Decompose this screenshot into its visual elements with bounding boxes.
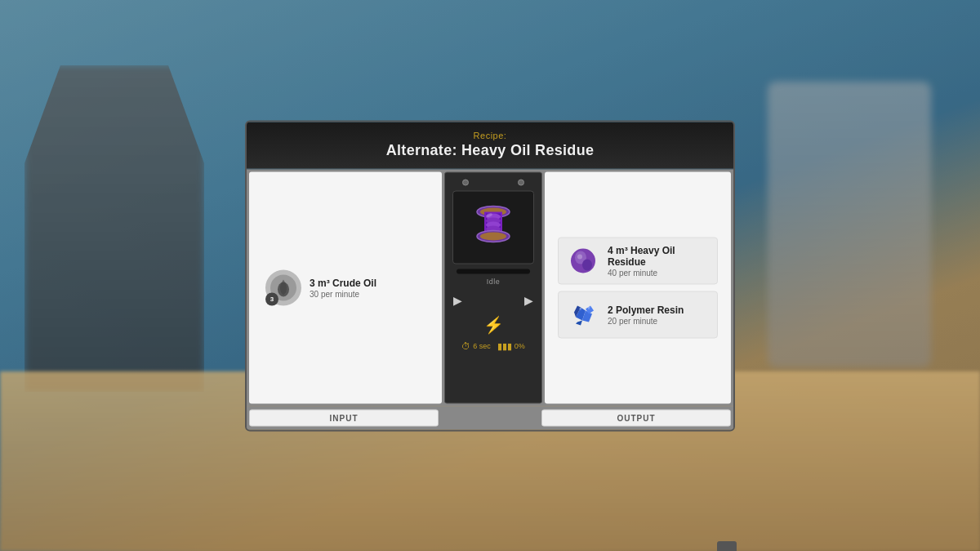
bg-structure-left bbox=[24, 65, 204, 392]
polymer-resin-icon bbox=[567, 298, 599, 331]
machine-stats: ⏱ 6 sec ▮▮▮ 0% bbox=[461, 340, 525, 351]
clock-icon: ⏱ bbox=[461, 341, 470, 351]
polymer-svg bbox=[569, 300, 597, 328]
output-panel: 4 m³ Heavy Oil Residue 40 per minute bbox=[545, 171, 731, 403]
polymer-resin-rate: 20 per minute bbox=[608, 316, 709, 325]
output-item-heavy-oil: 4 m³ Heavy Oil Residue 40 per minute bbox=[558, 237, 718, 284]
crude-oil-name: 3 m³ Crude Oil bbox=[310, 277, 376, 288]
stat-time: ⏱ 6 sec bbox=[461, 341, 491, 351]
spool-svg bbox=[471, 201, 516, 254]
stat-time-value: 6 sec bbox=[473, 342, 491, 350]
svg-point-18 bbox=[577, 254, 582, 259]
input-panel: 3 3 m³ Crude Oil 30 per minute bbox=[249, 171, 442, 403]
machine-idle-text: Idle bbox=[487, 277, 501, 285]
svg-point-17 bbox=[582, 259, 592, 270]
footer-output-spacer: OUTPUT bbox=[541, 409, 731, 426]
dialog-footer: INPUT OUTPUT bbox=[247, 406, 733, 429]
heavy-oil-svg bbox=[569, 247, 597, 274]
stat-efficiency: ▮▮▮ 0% bbox=[497, 340, 525, 351]
crude-oil-info: 3 m³ Crude Oil 30 per minute bbox=[310, 277, 376, 298]
heavy-oil-icon bbox=[567, 244, 599, 277]
polymer-resin-name: 2 Polymer Resin bbox=[608, 304, 709, 315]
input-label: INPUT bbox=[249, 409, 439, 426]
crude-oil-badge: 3 bbox=[265, 292, 278, 305]
footer-input-spacer: INPUT bbox=[249, 409, 439, 426]
heavy-oil-info: 4 m³ Heavy Oil Residue 40 per minute bbox=[608, 244, 709, 277]
machine-nav: ▶ ▶ bbox=[450, 291, 537, 308]
dialog-body: 3 3 m³ Crude Oil 30 per minute bbox=[247, 169, 733, 406]
bg-structure-right bbox=[768, 82, 931, 367]
footer-machine-space bbox=[441, 409, 539, 426]
bar-chart-icon: ▮▮▮ bbox=[497, 340, 512, 351]
bottom-indicator bbox=[717, 541, 737, 551]
machine-panel: Idle ▶ ▶ ⚡ ⏱ 6 sec ▮▮▮ 0% bbox=[444, 171, 542, 403]
machine-item-display bbox=[452, 190, 534, 264]
nav-next-button[interactable]: ▶ bbox=[521, 291, 537, 308]
recipe-label: Recipe: bbox=[260, 130, 720, 140]
output-label: OUTPUT bbox=[541, 409, 731, 426]
crude-oil-rate: 30 per minute bbox=[310, 289, 376, 298]
machine-dot-right bbox=[518, 179, 524, 185]
recipe-dialog: Recipe: Alternate: Heavy Oil Residue 3 bbox=[245, 120, 735, 431]
machine-top-dots bbox=[462, 179, 524, 185]
heavy-oil-rate: 40 per minute bbox=[608, 268, 709, 277]
svg-point-13 bbox=[480, 233, 506, 241]
heavy-oil-name: 4 m³ Heavy Oil Residue bbox=[608, 244, 709, 267]
svg-marker-21 bbox=[576, 320, 582, 325]
recipe-title: Alternate: Heavy Oil Residue bbox=[260, 141, 720, 158]
input-resource-crude-oil: 3 3 m³ Crude Oil 30 per minute bbox=[265, 269, 376, 305]
nav-prev-button[interactable]: ▶ bbox=[450, 291, 466, 308]
crude-oil-icon-wrap: 3 bbox=[265, 269, 301, 305]
dialog-header: Recipe: Alternate: Heavy Oil Residue bbox=[247, 122, 733, 169]
machine-progress-bar bbox=[457, 269, 530, 273]
machine-dot-left bbox=[462, 179, 469, 185]
lightning-icon: ⚡ bbox=[483, 314, 504, 334]
stat-efficiency-value: 0% bbox=[514, 342, 525, 350]
polymer-resin-info: 2 Polymer Resin 20 per minute bbox=[608, 304, 709, 325]
output-item-polymer-resin: 2 Polymer Resin 20 per minute bbox=[558, 291, 718, 338]
